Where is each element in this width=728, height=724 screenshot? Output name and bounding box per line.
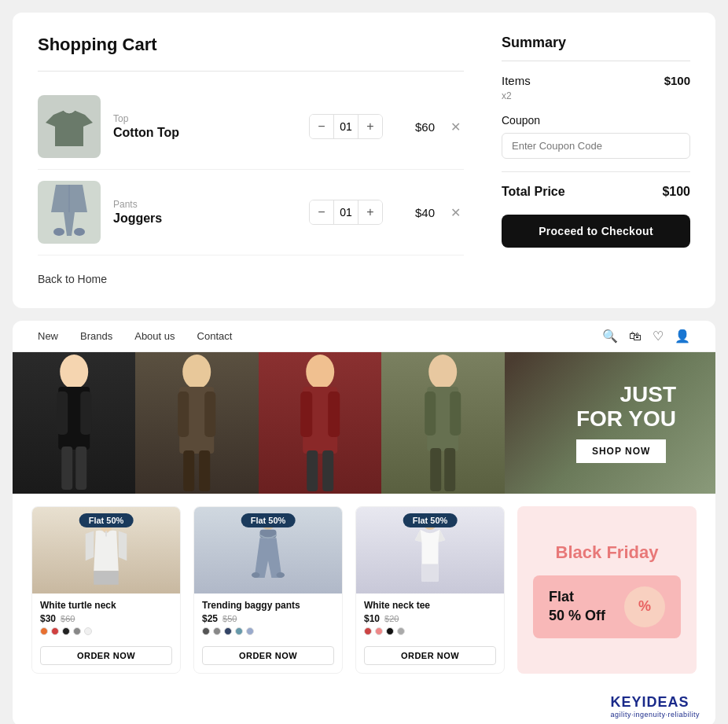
joggers-price: $40 [395, 206, 435, 219]
product-3-info: White neck tee $10 $20 [356, 594, 504, 641]
color-dot[interactable] [246, 627, 254, 635]
product-1-colors [40, 627, 172, 635]
summary-items-row: Items $100 [502, 74, 690, 87]
nav-brands[interactable]: Brands [80, 330, 112, 342]
brand-tagline: agility·ingenuity·reliability [610, 711, 700, 718]
color-dot[interactable] [84, 627, 92, 635]
svg-point-31 [252, 572, 260, 578]
color-dot[interactable] [375, 627, 383, 635]
svg-point-32 [277, 572, 285, 578]
cotton-top-remove-btn[interactable]: ✕ [447, 116, 464, 138]
items-value: $100 [664, 74, 690, 87]
joggers-info: Pants Joggers [113, 199, 296, 226]
color-dot[interactable] [51, 627, 59, 635]
svg-rect-23 [450, 391, 461, 436]
svg-rect-5 [80, 391, 91, 435]
color-dot[interactable] [62, 627, 70, 635]
items-sub: x2 [502, 90, 690, 101]
svg-rect-13 [200, 450, 211, 491]
color-dot[interactable] [224, 627, 232, 635]
cart-icon[interactable]: 🛍 [629, 329, 642, 344]
joggers-qty-controls: − + [309, 200, 383, 225]
svg-rect-25 [445, 448, 456, 491]
nav-about[interactable]: About us [134, 330, 175, 342]
product-white-turtle-neck: Flat 50% White turtle neck $30 $60 [31, 506, 181, 674]
color-dot[interactable] [386, 627, 394, 635]
color-dot[interactable] [397, 627, 405, 635]
cotton-top-info: Top Cotton Top [113, 113, 296, 140]
hero-line2: FOR YOU [576, 407, 676, 432]
search-icon[interactable]: 🔍 [602, 329, 618, 344]
total-price-row: Total Price $100 [502, 185, 690, 199]
product-3-price-old: $20 [384, 614, 399, 623]
brand-info: KEYIDEAS agility·ingenuity·reliability [610, 694, 700, 718]
color-dot[interactable] [40, 627, 48, 635]
wishlist-icon[interactable]: ♡ [653, 329, 664, 344]
color-dot[interactable] [202, 627, 210, 635]
cotton-top-decrease-btn[interactable]: − [310, 115, 333, 138]
nav-new[interactable]: New [38, 330, 58, 342]
product-2-order-btn[interactable]: ORDER NOW [202, 646, 334, 665]
product-image-cotton-top [38, 95, 101, 158]
product-2-info: Trending baggy pants $25 $50 [194, 594, 342, 641]
svg-rect-19 [322, 450, 333, 491]
store-footer: KEYIDEAS agility·ingenuity·reliability [13, 686, 715, 724]
svg-rect-18 [307, 450, 318, 491]
cotton-top-qty-input[interactable] [333, 115, 358, 138]
back-to-home-link[interactable]: Back to Home [38, 273, 107, 285]
cotton-top-qty-controls: − + [309, 114, 383, 139]
hero-person-2 [135, 352, 258, 494]
product-1-badge: Flat 50% [79, 513, 134, 527]
svg-point-1 [74, 228, 85, 236]
product-2-colors [202, 627, 334, 635]
svg-rect-17 [328, 391, 340, 437]
joggers-remove-btn[interactable]: ✕ [447, 202, 464, 223]
nav-links: New Brands About us Contact [38, 330, 232, 342]
svg-point-8 [183, 355, 211, 389]
product-baggy-pants: Flat 50% Trending baggy pants $25 $50 [193, 506, 343, 674]
joggers-decrease-btn[interactable]: − [310, 200, 333, 224]
color-dot[interactable] [213, 627, 221, 635]
svg-rect-22 [425, 391, 436, 436]
product-image-joggers [38, 181, 101, 244]
svg-rect-6 [61, 447, 72, 490]
hero-person-3 [259, 352, 381, 494]
product-3-price-new: $10 [364, 613, 380, 624]
joggers-qty-input[interactable] [333, 200, 358, 224]
coupon-input[interactable] [502, 133, 690, 159]
svg-rect-12 [184, 450, 195, 491]
svg-rect-34 [422, 564, 439, 582]
joggers-increase-btn[interactable]: + [358, 200, 382, 224]
product-3-badge: Flat 50% [403, 513, 458, 527]
color-dot[interactable] [235, 627, 243, 635]
black-friday-offer-box: Flat 50 % Off % [533, 575, 681, 638]
color-dot[interactable] [73, 627, 81, 635]
cart-divider [38, 71, 464, 72]
color-dot[interactable] [364, 627, 372, 635]
total-value: $100 [662, 185, 690, 199]
product-2-price-new: $25 [202, 613, 218, 624]
nav-contact[interactable]: Contact [197, 330, 233, 342]
cart-item-cotton-top: Top Cotton Top − + $60 ✕ [38, 84, 464, 170]
shop-now-button[interactable]: SHOP NOW [576, 439, 666, 463]
brand-name: KEYIDEAS [610, 694, 700, 711]
store-nav: New Brands About us Contact 🔍 🛍 ♡ 👤 [13, 321, 715, 352]
bf-percent-circle: % [624, 586, 665, 627]
hero-text: JUST FOR YOU SHOP NOW [576, 383, 676, 463]
hero-line1: JUST [576, 383, 676, 407]
svg-point-0 [53, 228, 64, 236]
svg-rect-10 [178, 391, 189, 437]
product-3-order-btn[interactable]: ORDER NOW [364, 646, 496, 665]
checkout-button[interactable]: Proceed to Checkout [502, 215, 690, 248]
svg-rect-16 [300, 391, 312, 437]
coupon-label: Coupon [502, 114, 690, 127]
cotton-top-increase-btn[interactable]: + [358, 115, 382, 138]
product-1-order-btn[interactable]: ORDER NOW [40, 646, 172, 665]
cart-items-panel: Shopping Cart Top Cotton Top − + $60 ✕ [38, 35, 464, 286]
products-row: Flat 50% White turtle neck $30 $60 [13, 494, 715, 686]
product-1-price-new: $30 [40, 613, 56, 624]
svg-point-20 [429, 355, 458, 389]
profile-icon[interactable]: 👤 [675, 329, 690, 344]
bf-offer-label: 50 % Off [549, 608, 605, 623]
summary-title: Summary [502, 35, 690, 61]
